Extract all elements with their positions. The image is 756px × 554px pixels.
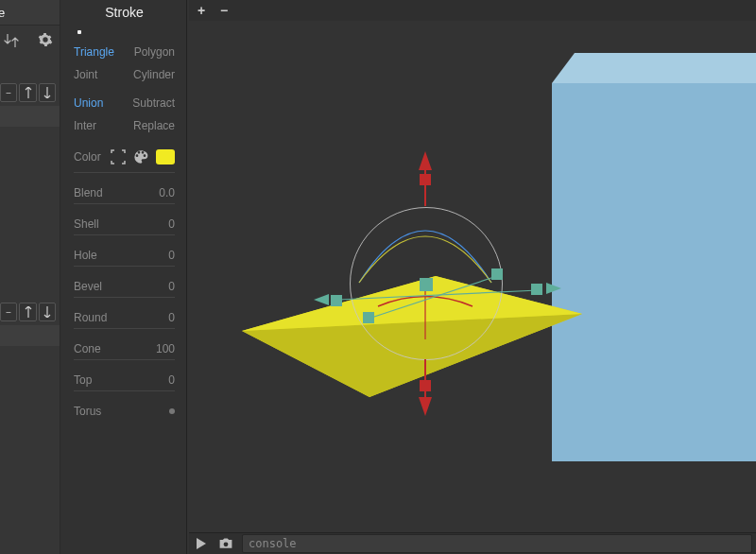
param-label: Cone (74, 342, 101, 355)
panel-title: Stroke (74, 0, 175, 25)
param-value: 0 (168, 373, 175, 387)
list-slot-1[interactable] (0, 106, 60, 127)
param-value: 0 (168, 280, 175, 293)
param-value (169, 408, 175, 414)
gizmo-axis-right-arrow (546, 283, 561, 294)
add-button[interactable]: + (195, 4, 208, 17)
scene-cube-face (552, 83, 756, 461)
shape-cylinder[interactable]: Cylinder (133, 68, 175, 81)
gear-icon[interactable] (36, 32, 55, 51)
param-label: Shell (74, 217, 99, 231)
shape-joint[interactable]: Joint (74, 68, 97, 81)
param-label: Round (74, 311, 107, 324)
bool-inter[interactable]: Inter (74, 119, 96, 132)
minus-button[interactable]: − (0, 303, 17, 321)
param-value: 0 (168, 217, 175, 231)
bool-union[interactable]: Union (74, 96, 103, 110)
bool-subtract[interactable]: Subtract (132, 96, 175, 110)
scene-panel-title-fragment: e (0, 6, 5, 20)
param-bevel[interactable]: Bevel 0 (74, 280, 175, 298)
scene-panel: e − − (0, 0, 60, 554)
svg-point-7 (224, 542, 229, 546)
gizmo-axis-x-handle-right[interactable] (531, 284, 542, 295)
console-placeholder: console (249, 537, 297, 550)
console-input[interactable]: console (242, 534, 752, 553)
param-shell[interactable]: Shell 0 (74, 217, 175, 235)
list-slot-2[interactable] (0, 325, 60, 346)
move-up-button[interactable] (19, 303, 36, 321)
param-blend[interactable]: Blend 0.0 (74, 186, 175, 204)
param-hole[interactable]: Hole 0 (74, 249, 175, 267)
param-cone[interactable]: Cone 100 (74, 342, 175, 360)
param-value: 0 (168, 249, 175, 262)
param-label: Hole (74, 249, 97, 262)
param-label: Torus (74, 405, 101, 418)
color-select-icon[interactable] (111, 149, 126, 164)
gizmo-axis-x-handle-left[interactable] (331, 295, 342, 306)
param-top[interactable]: Top 0 (74, 373, 175, 391)
play-icon[interactable] (189, 533, 214, 554)
viewport-toolbar: + − (189, 0, 756, 22)
gizmo-axis-y-arrow-up (419, 151, 432, 170)
gizmo-axis-z-handle-front[interactable] (363, 312, 374, 323)
param-label: Blend (74, 186, 103, 199)
gizmo-axis-z-handle-back[interactable] (491, 268, 503, 280)
status-bar: console (189, 532, 756, 554)
minus-button[interactable]: − (0, 83, 17, 102)
scene-cube-top (575, 53, 756, 83)
move-down-button[interactable] (39, 303, 56, 321)
3d-viewport[interactable]: Pers (189, 21, 756, 533)
param-value: 0 (168, 311, 175, 324)
move-up-button[interactable] (19, 83, 36, 102)
gizmo-center-handle[interactable] (420, 278, 433, 291)
gizmo-axis-left-arrow (314, 294, 329, 305)
gizmo-axis-y-handle-top[interactable] (420, 174, 431, 185)
gizmo-axis-y-handle-bottom[interactable] (420, 380, 431, 391)
param-label: Top (74, 373, 92, 387)
gizmo-axis-y-bottom[interactable] (424, 359, 426, 397)
param-round[interactable]: Round 0 (74, 311, 175, 329)
palette-icon[interactable] (133, 149, 148, 164)
color-label: Color (74, 150, 101, 164)
remove-button[interactable]: − (217, 4, 231, 17)
camera-icon[interactable] (214, 533, 238, 554)
svg-marker-6 (197, 538, 206, 549)
param-value: 0.0 (159, 186, 175, 199)
param-value: 100 (156, 342, 175, 355)
shape-triangle[interactable]: Triangle (74, 45, 114, 59)
active-indicator-icon (77, 30, 81, 34)
gizmo-axis-y-arrow-down (419, 397, 432, 416)
list-controls-1: − (0, 83, 60, 104)
scene-panel-header: e (0, 0, 60, 26)
shape-polygon[interactable]: Polygon (134, 45, 175, 59)
param-torus[interactable]: Torus (74, 405, 175, 418)
list-controls-2: − (0, 303, 60, 323)
stroke-panel: Stroke Triangle Polygon Joint Cylinder U… (60, 0, 187, 554)
color-swatch[interactable] (156, 149, 175, 164)
bool-replace[interactable]: Replace (133, 119, 175, 132)
param-label: Bevel (74, 280, 102, 293)
sort-swap-icon[interactable] (2, 34, 21, 53)
move-down-button[interactable] (39, 83, 56, 102)
